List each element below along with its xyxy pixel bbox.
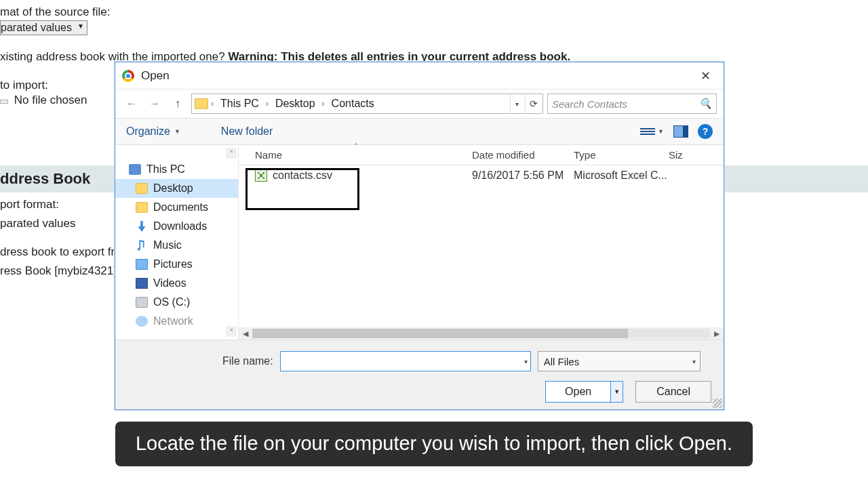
col-type[interactable]: Type xyxy=(574,149,669,161)
scroll-left-icon[interactable]: ◀ xyxy=(239,329,252,338)
chevron-down-icon: ▼ xyxy=(174,128,180,135)
col-size[interactable]: Siz xyxy=(669,149,696,161)
path-dropdown[interactable]: ▾ xyxy=(510,94,524,113)
choose-file-button[interactable] xyxy=(0,100,8,104)
scroll-right-icon[interactable]: ▶ xyxy=(710,329,724,338)
filename-label: File name: xyxy=(222,355,273,367)
new-folder-button[interactable]: New folder xyxy=(221,125,273,138)
preview-pane-button[interactable] xyxy=(673,125,688,138)
videos-icon xyxy=(136,278,148,289)
crumb-this-pc[interactable]: This PC xyxy=(216,96,263,111)
nav-tree: ˄ This PC Desktop Documents Downloads Mu… xyxy=(115,145,239,340)
tree-this-pc[interactable]: This PC xyxy=(115,160,238,179)
nav-row: ← → › This PC › Desktop › Contacts ▾ ⟳ S… xyxy=(115,89,724,118)
help-button[interactable]: ? xyxy=(698,124,713,139)
forward-button[interactable]: → xyxy=(145,94,164,113)
sort-indicator-icon: ˄ xyxy=(354,142,357,150)
breadcrumb[interactable]: › This PC › Desktop › Contacts ▾ ⟳ xyxy=(191,94,543,114)
tree-music[interactable]: Music xyxy=(115,236,238,255)
tree-downloads[interactable]: Downloads xyxy=(115,217,238,236)
search-placeholder: Search Contacts xyxy=(552,98,627,110)
back-button[interactable]: ← xyxy=(122,94,141,113)
tree-desktop[interactable]: Desktop xyxy=(115,179,238,198)
open-button-label[interactable]: Open xyxy=(546,382,610,402)
dialog-footer: File name: ▾ All Files ▾ Open ▼ Cancel xyxy=(115,340,724,409)
refresh-button[interactable]: ⟳ xyxy=(525,94,541,113)
tree-videos[interactable]: Videos xyxy=(115,274,238,293)
pictures-icon xyxy=(136,259,148,270)
tree-scroll-up[interactable]: ˄ xyxy=(226,148,237,159)
drive-icon xyxy=(136,297,148,308)
no-file-chosen: No file chosen xyxy=(14,94,87,106)
excel-csv-icon xyxy=(255,169,267,182)
folder-icon xyxy=(195,98,208,109)
music-icon xyxy=(136,240,148,251)
open-split-dropdown[interactable]: ▼ xyxy=(610,382,623,402)
resize-grip[interactable] xyxy=(713,399,722,408)
file-name: contacts.csv xyxy=(273,169,332,182)
organize-label: Organize xyxy=(126,125,170,138)
file-row-contacts[interactable]: contacts.csv 9/16/2017 5:56 PM Microsoft… xyxy=(239,165,724,186)
up-icon xyxy=(175,98,180,110)
filetype-value: All Files xyxy=(544,356,580,367)
scroll-track[interactable] xyxy=(252,329,710,338)
filename-input[interactable]: ▾ xyxy=(280,351,531,371)
titlebar: Open ✕ xyxy=(115,62,724,89)
downloads-icon xyxy=(136,221,148,232)
network-icon xyxy=(136,316,148,327)
tree-network[interactable]: Network xyxy=(115,312,238,331)
chevron-down-icon[interactable]: ▾ xyxy=(524,358,528,365)
organize-menu[interactable]: Organize ▼ xyxy=(126,125,180,138)
folder-icon xyxy=(136,202,148,213)
file-date: 9/16/2017 5:56 PM xyxy=(472,169,574,182)
dialog-title: Open xyxy=(141,69,170,83)
tree-drive[interactable]: OS (C:) xyxy=(115,293,238,312)
open-button[interactable]: Open ▼ xyxy=(545,381,623,403)
file-type: Microsoft Excel C... xyxy=(574,169,669,182)
source-format-value: parated values xyxy=(1,22,72,33)
section-title: ddress Book xyxy=(0,170,90,188)
chevron-down-icon: ▾ xyxy=(692,358,696,365)
chevron-right-icon: › xyxy=(322,99,325,108)
col-date[interactable]: Date modified xyxy=(472,149,574,161)
crumb-contacts[interactable]: Contacts xyxy=(328,96,378,111)
chevron-right-icon: › xyxy=(266,99,269,108)
search-input[interactable]: Search Contacts 🔍 xyxy=(547,94,717,114)
tree-documents[interactable]: Documents xyxy=(115,198,238,217)
cancel-button[interactable]: Cancel xyxy=(635,381,711,403)
folder-icon xyxy=(136,183,148,194)
h-scrollbar[interactable]: ◀ ▶ xyxy=(239,327,724,340)
filetype-select[interactable]: All Files ▾ xyxy=(538,351,701,371)
chevron-down-icon[interactable]: ▼ xyxy=(658,128,664,135)
chrome-icon xyxy=(122,70,134,82)
search-icon: 🔍 xyxy=(699,98,712,110)
tutorial-caption: Locate the file on your computer you wis… xyxy=(115,422,753,466)
up-button[interactable] xyxy=(168,94,187,113)
view-list-button[interactable] xyxy=(640,124,655,139)
pc-icon xyxy=(129,164,141,175)
source-format-label: mat of the source file: xyxy=(0,5,868,19)
file-list-pane: ˄ Name Date modified Type Siz contacts.c… xyxy=(239,145,724,340)
source-format-select[interactable]: parated values xyxy=(0,20,87,35)
dialog-body: ˄ This PC Desktop Documents Downloads Mu… xyxy=(115,145,724,340)
scroll-thumb[interactable] xyxy=(252,329,628,338)
tree-pictures[interactable]: Pictures xyxy=(115,255,238,274)
col-name[interactable]: Name xyxy=(255,149,472,161)
tree-scroll-down[interactable]: ˅ xyxy=(226,326,237,337)
column-headers: ˄ Name Date modified Type Siz xyxy=(239,145,724,165)
chevron-right-icon: › xyxy=(211,99,214,108)
close-button[interactable]: ✕ xyxy=(691,66,719,86)
crumb-desktop[interactable]: Desktop xyxy=(271,96,319,111)
open-dialog: Open ✕ ← → › This PC › Desktop › Contact… xyxy=(115,62,724,410)
toolbar: Organize ▼ New folder ▼ ? xyxy=(115,118,724,145)
